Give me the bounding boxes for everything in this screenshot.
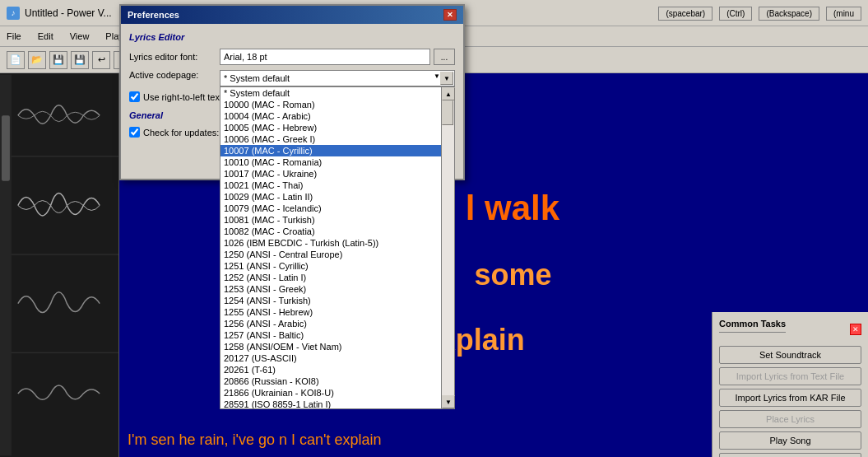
codepage-row: Active codepage: * System default ▼ ▼ * …	[129, 70, 455, 86]
codepage-option-6[interactable]: 10010 (MAC - Romania)	[220, 156, 441, 168]
dialog-title: Preferences	[128, 10, 179, 20]
listbox-scroll-thumb[interactable]	[442, 100, 453, 125]
waveform-svg	[0, 73, 118, 457]
listbox-scroll-track	[442, 100, 454, 395]
open-button[interactable]: 📂	[28, 51, 46, 69]
codepage-option-16[interactable]: 1252 (ANSI - Latin I)	[220, 272, 441, 283]
codepage-option-10[interactable]: 10079 (MAC - Icelandic)	[220, 203, 441, 214]
lyrics-editor-section-header: Lyrics Editor	[129, 32, 455, 42]
codepage-option-2[interactable]: 10004 (MAC - Arabic)	[220, 110, 441, 122]
dialog-close-button[interactable]: ✕	[443, 9, 457, 21]
codepage-option-19[interactable]: 1255 (ANSI - Hebrew)	[220, 306, 441, 318]
codepage-display[interactable]: * System default ▼ ▼	[220, 70, 455, 86]
font-browse-button[interactable]: ...	[434, 49, 455, 65]
font-row: Lyrics editor font: ...	[129, 49, 455, 65]
codepage-option-24[interactable]: 20261 (T-61)	[220, 364, 441, 375]
codepage-option-9[interactable]: 10029 (MAC - Latin II)	[220, 191, 441, 203]
codepage-option-17[interactable]: 1253 (ANSI - Greek)	[220, 283, 441, 295]
tasks-panel-title: Common Tasks	[719, 319, 786, 333]
svg-rect-0	[0, 75, 118, 456]
karaoke-bottom-line: I'm sen he rain, i've go n I can't expla…	[128, 431, 381, 449]
svg-rect-5	[2, 115, 10, 180]
transport-backspace[interactable]: (Backspace)	[759, 7, 819, 21]
listbox-scroll-down-button[interactable]: ▼	[442, 395, 455, 408]
app-icon: ♪	[7, 7, 20, 20]
codepage-option-8[interactable]: 10021 (MAC - Thai)	[220, 180, 441, 191]
transport-ctrl[interactable]: (Ctrl)	[719, 7, 752, 21]
import-lyrics-kar-button[interactable]: Import Lyrics from KAR File	[719, 389, 861, 407]
codepage-option-7[interactable]: 10017 (MAC - Ukraine)	[220, 168, 441, 180]
write-avi-button[interactable]: Write AVI Movie	[719, 453, 861, 457]
codepage-items-area: * System default 10000 (MAC - Roman) 100…	[220, 87, 441, 408]
transport-bar: (spacebar) (Ctrl) (Backspace) (minu	[652, 0, 868, 26]
preferences-dialog: Preferences ✕ Lyrics Editor Lyrics edito…	[119, 4, 465, 180]
waveform-visual	[0, 73, 118, 457]
menu-edit[interactable]: Edit	[38, 31, 53, 41]
codepage-option-20[interactable]: 1256 (ANSI - Arabic)	[220, 318, 441, 329]
codepage-dropdown-arrow: ▼	[434, 72, 440, 80]
codepage-option-13[interactable]: 1026 (IBM EBCDIC - Turkish (Latin-5))	[220, 237, 441, 249]
font-label: Lyrics editor font:	[129, 52, 220, 62]
check-updates-label: Check for updates:	[143, 128, 219, 138]
new-button[interactable]: 📄	[7, 51, 25, 69]
codepage-scroll-btn[interactable]: ▼	[440, 72, 453, 85]
waveform-panel	[0, 73, 119, 457]
tasks-panel-close-button[interactable]: ✕	[850, 324, 861, 335]
codepage-option-25[interactable]: 20866 (Russian - KOI8)	[220, 375, 441, 387]
import-lyrics-text-button[interactable]: Import Lyrics from Text File	[719, 367, 861, 385]
codepage-option-1[interactable]: 10000 (MAC - Roman)	[220, 99, 441, 110]
codepage-option-27[interactable]: 28591 (ISO 8859-1 Latin I)	[220, 399, 441, 408]
codepage-selected-value: * System default	[224, 73, 290, 83]
transport-spacebar[interactable]: (spacebar)	[658, 7, 713, 21]
rtl-label: Use right-to-left tex	[143, 92, 220, 102]
menu-file[interactable]: File	[7, 31, 21, 41]
codepage-option-15[interactable]: 1251 (ANSI - Cyrillic)	[220, 260, 441, 272]
codepage-option-3[interactable]: 10005 (MAC - Hebrew)	[220, 122, 441, 133]
codepage-option-14[interactable]: 1250 (ANSI - Central Europe)	[220, 249, 441, 260]
codepage-option-0[interactable]: * System default	[220, 87, 441, 99]
set-soundtrack-button[interactable]: Set Soundtrack	[719, 346, 861, 364]
check-updates-checkbox[interactable]	[129, 127, 140, 138]
codepage-option-12[interactable]: 10082 (MAC - Croatia)	[220, 226, 441, 237]
codepage-option-4[interactable]: 10006 (MAC - Greek I)	[220, 133, 441, 145]
rtl-checkbox[interactable]	[129, 91, 140, 102]
codepage-option-26[interactable]: 21866 (Ukrainian - KOI8-U)	[220, 387, 441, 399]
listbox-scroll-up-button[interactable]: ▲	[442, 87, 455, 100]
codepage-option-5[interactable]: 10007 (MAC - Cyrillic)	[220, 145, 441, 156]
dialog-body: Lyrics Editor Lyrics editor font: ... Ac…	[121, 24, 463, 179]
codepage-option-21[interactable]: 1257 (ANSI - Baltic)	[220, 329, 441, 341]
app-title: Untitled - Power V...	[25, 7, 112, 19]
save-button[interactable]: 💾	[49, 51, 67, 69]
karaoke-line1: l walk	[466, 189, 559, 228]
codepage-option-23[interactable]: 20127 (US-ASCII)	[220, 352, 441, 364]
undo-button[interactable]: ↩	[92, 51, 110, 69]
listbox-scrollbar: ▲ ▼	[441, 87, 454, 408]
codepage-listbox: * System default 10000 (MAC - Roman) 100…	[220, 86, 455, 409]
transport-minus[interactable]: (minu	[826, 7, 861, 21]
codepage-option-22[interactable]: 1258 (ANSI/OEM - Viet Nam)	[220, 341, 441, 352]
font-value-input[interactable]	[220, 49, 430, 65]
karaoke-line2: some	[474, 258, 551, 292]
save-as-button[interactable]: 💾	[71, 51, 89, 69]
tasks-panel-wrapper: Common Tasks ✕ Set Soundtrack Import Lyr…	[712, 312, 868, 457]
tasks-panel: Common Tasks ✕ Set Soundtrack Import Lyr…	[712, 312, 868, 457]
menu-view[interactable]: View	[70, 31, 90, 41]
tasks-panel-header: Common Tasks ✕	[719, 319, 861, 339]
codepage-option-18[interactable]: 1254 (ANSI - Turkish)	[220, 295, 441, 306]
codepage-container: * System default ▼ ▼ * System default 10…	[220, 70, 455, 86]
codepage-option-11[interactable]: 10081 (MAC - Turkish)	[220, 214, 441, 226]
codepage-label: Active codepage:	[129, 70, 220, 80]
place-lyrics-button[interactable]: Place Lyrics	[719, 410, 861, 428]
play-song-button[interactable]: Play Song	[719, 431, 861, 450]
dialog-title-bar: Preferences ✕	[121, 6, 463, 24]
